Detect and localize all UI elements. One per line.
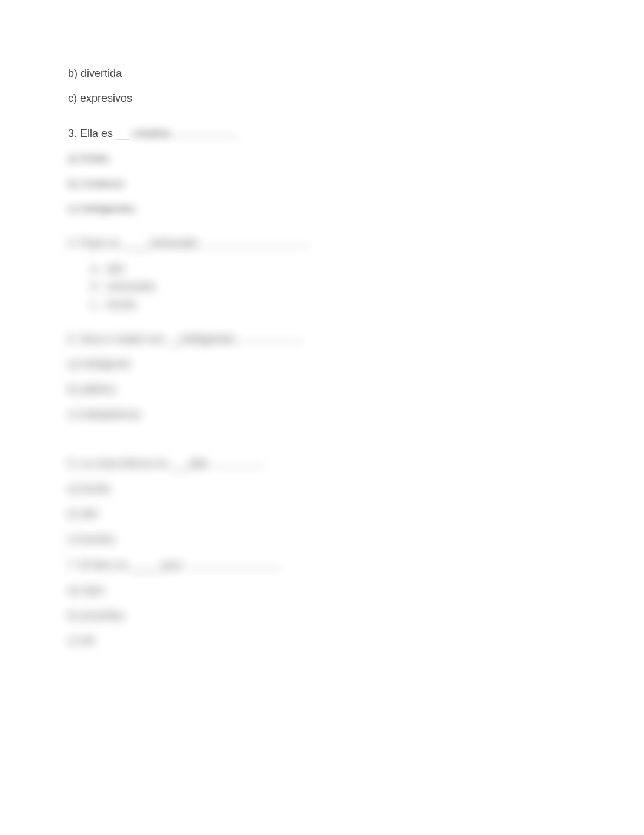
q7-stem: 7. El libro es _____azul……………………… bbox=[68, 558, 577, 572]
q5-stem: 5. Sara e Isabel son __inteligentes……………… bbox=[68, 332, 577, 346]
q6-stem: 6. La casa blanca es ___alta…………… bbox=[68, 457, 577, 471]
q6-choice-b: b) alto bbox=[68, 507, 577, 521]
q7-choice-a: a) rojos bbox=[68, 583, 577, 597]
q6-answer: alta bbox=[189, 457, 207, 469]
q7-choice-c: c) útil bbox=[68, 634, 577, 648]
q5-stem-pre: 5. Sara e Isabel son __ bbox=[68, 333, 180, 345]
question-2-visible-options: b) divertida c) expresivos bbox=[68, 67, 577, 106]
question-7: 7. El libro es _____azul……………………… a) roj… bbox=[68, 558, 577, 648]
q2-choice-c: c) expresivos bbox=[68, 92, 577, 106]
q4-sub-a: a.alto bbox=[91, 262, 577, 276]
q4-stem: 4. Pepe es ____estresado………………………… bbox=[68, 236, 577, 250]
q6-dots: …………… bbox=[209, 457, 264, 469]
q6-choice-c: c) bonitos bbox=[68, 532, 577, 546]
q3-stem-pre: 3. Ella es bbox=[68, 127, 116, 139]
q4-blank: ____ bbox=[123, 237, 150, 249]
question-5: 5. Sara e Isabel son __inteligentes……………… bbox=[68, 332, 577, 422]
q5-choice-a: a) inteligente bbox=[68, 357, 577, 371]
q3-choice-a: a) lindas bbox=[68, 152, 577, 166]
q4-sub-b-marker: b. bbox=[91, 280, 107, 293]
q4-sub-c: c.bonito bbox=[91, 298, 577, 312]
document-page: b) divertida c) expresivos 3. Ella es __… bbox=[0, 0, 644, 835]
q5-choice-b: b) atlética bbox=[68, 383, 577, 397]
q4-sub-b-text: estresada bbox=[107, 280, 155, 293]
q7-stem-pre: 7. El libro es _____ bbox=[68, 559, 161, 571]
q6-choice-a: a) bonito bbox=[68, 482, 577, 496]
q3-stem: 3. Ella es __ creativa……………… bbox=[68, 127, 577, 141]
q2-choice-b: b) divertida bbox=[68, 67, 577, 81]
q4-sublist: a.alto b.estresada c.bonito bbox=[68, 262, 577, 312]
q3-dots: ……………… bbox=[173, 127, 238, 139]
q4-stem-pre: 4. Pepe es bbox=[68, 237, 123, 249]
q4-answer: estresado bbox=[150, 237, 198, 249]
question-4: 4. Pepe es ____estresado………………………… a.alt… bbox=[68, 236, 577, 312]
q4-sub-a-marker: a. bbox=[91, 262, 107, 276]
q4-sub-a-text: alto bbox=[107, 262, 124, 276]
q4-dots: ………………………… bbox=[200, 237, 309, 249]
q3-choice-b: b) creativos bbox=[68, 177, 577, 191]
q3-blank: __ bbox=[116, 127, 129, 139]
q5-choice-c: c) trabajadoras bbox=[68, 407, 577, 421]
q5-answer: inteligentes bbox=[180, 333, 235, 345]
q7-choice-b: b) amarillas bbox=[68, 609, 577, 623]
question-6: 6. La casa blanca es ___alta…………… a) bon… bbox=[68, 457, 577, 546]
q4-sub-c-text: bonito bbox=[107, 298, 136, 312]
q4-sub-b: b.estresada bbox=[91, 280, 577, 293]
q3-choice-c: c) inteligentes bbox=[68, 202, 577, 216]
q6-stem-pre: 6. La casa blanca es ___ bbox=[68, 457, 189, 469]
q5-dots: ……………… bbox=[238, 333, 303, 345]
q7-dots: ……………………… bbox=[184, 559, 282, 571]
q7-answer: azul bbox=[161, 559, 181, 571]
q4-sub-c-marker: c. bbox=[91, 298, 107, 312]
question-3: 3. Ella es __ creativa……………… a) lindas b… bbox=[68, 127, 577, 216]
q3-answer: creativa bbox=[129, 127, 170, 139]
